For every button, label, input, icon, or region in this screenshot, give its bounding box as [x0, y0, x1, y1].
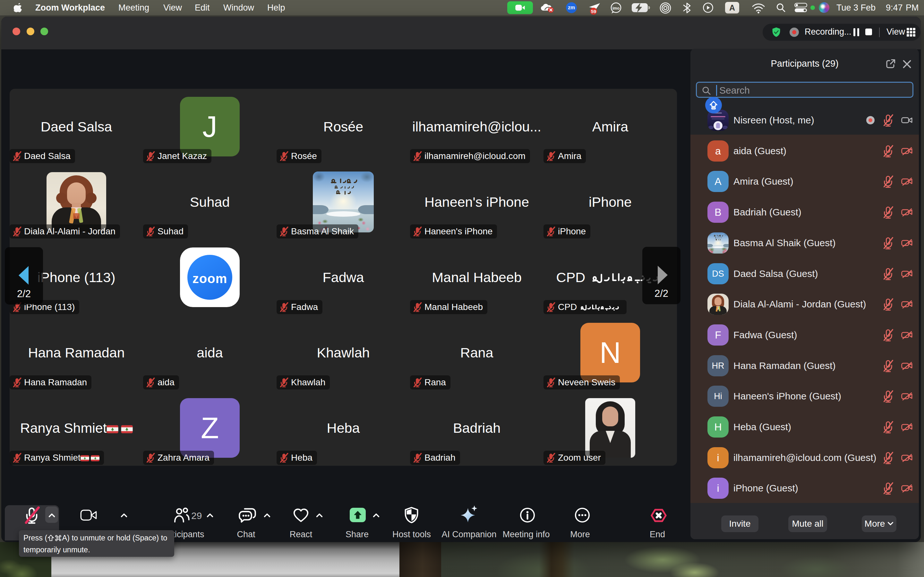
svg-text:imo: imo	[612, 6, 620, 11]
svg-text:59: 59	[591, 9, 596, 14]
